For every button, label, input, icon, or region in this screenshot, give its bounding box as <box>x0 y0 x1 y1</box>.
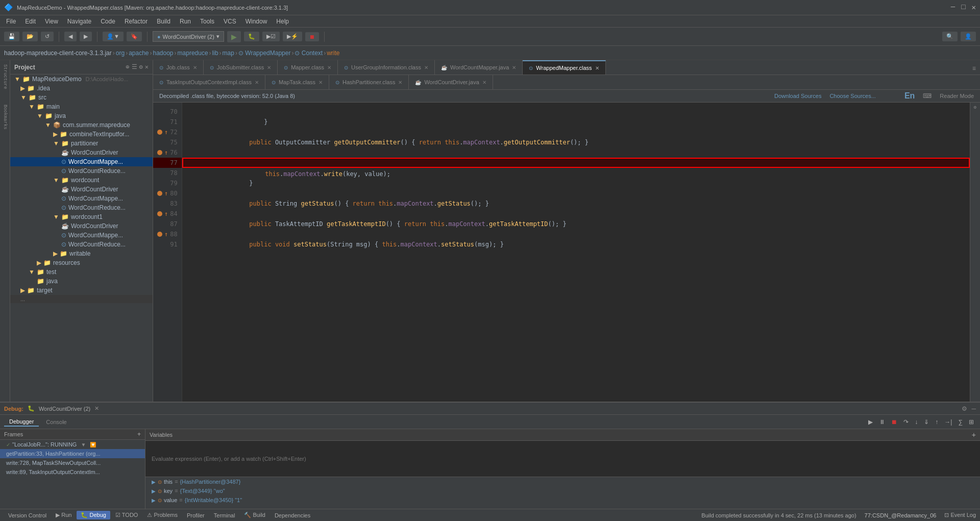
tab-close-jobsubmitter[interactable]: ✕ <box>267 65 271 70</box>
add-watch-btn[interactable]: + <box>137 431 141 438</box>
tab-close-maptask[interactable]: ✕ <box>318 80 323 85</box>
tab-wrappedmapper-class[interactable]: ⊙ WrappedMapper.class ✕ <box>523 60 605 75</box>
bottom-tab-build[interactable]: 🔨 Build <box>240 511 270 519</box>
debug-run-to-cursor-btn[interactable]: →| <box>942 417 954 427</box>
debug-force-step-into-btn[interactable]: ⇓ <box>922 417 931 427</box>
tab-job-class[interactable]: ⊙ Job.class ✕ <box>153 60 204 75</box>
breadcrumb-hadoop[interactable]: hadoop <box>153 49 174 57</box>
bottom-tab-dependencies[interactable]: Dependencies <box>271 511 314 519</box>
tree-item-combine[interactable]: ▶ 📁 combineTextInputfor... <box>10 130 153 139</box>
reader-mode-btn[interactable]: Reader Mode <box>940 93 974 99</box>
sidebar-gear-btn[interactable]: ⚙ <box>139 63 143 71</box>
debug-tab-debugger[interactable]: Debugger <box>4 417 39 427</box>
debug-step-over-btn[interactable]: ↷ <box>901 417 911 427</box>
bottom-tab-terminal[interactable]: Terminal <box>210 511 239 519</box>
menu-item-help[interactable]: Help <box>272 17 293 26</box>
toolbar-bookmark-btn[interactable]: 🔖 <box>127 32 142 41</box>
tab-close-job[interactable]: ✕ <box>193 65 197 70</box>
var-item-key[interactable]: ▶ ⊙ key = {Text@3449} "wo" <box>145 486 980 495</box>
tree-item-wordcount1-mapper[interactable]: ⊙ WordCountMappe... <box>10 231 153 240</box>
menu-item-code[interactable]: Code <box>96 17 119 26</box>
menu-item-edit[interactable]: Edit <box>21 17 40 26</box>
close-button[interactable]: ✕ <box>972 3 976 12</box>
tree-item-wordcount1[interactable]: ▼ 📁 wordcount1 <box>10 212 153 221</box>
menu-item-run[interactable]: Run <box>176 17 195 26</box>
debug-button[interactable]: 🐛 <box>244 32 259 41</box>
sidebar-sort-btn[interactable]: ☰ <box>132 63 137 71</box>
minimize-button[interactable]: ─ <box>951 3 955 12</box>
tree-item-wordcount1-driver[interactable]: ☕ WordCountDriver <box>10 221 153 231</box>
download-sources-link[interactable]: Download Sources <box>774 93 821 99</box>
tree-item-com-summer[interactable]: ▼ 📦 com.summer.mapreduce <box>10 120 153 130</box>
tree-item-writable[interactable]: ▶ 📁 writable <box>10 249 153 258</box>
tab-close-taskinput[interactable]: ✕ <box>255 80 259 85</box>
debug-restore-layout-btn[interactable]: ⊞ <box>967 417 976 427</box>
breadcrumb-mapreduce[interactable]: mapreduce <box>178 49 208 57</box>
tree-item-wordcount-reducer-1[interactable]: ⊙ WordCountReduce... <box>10 166 153 176</box>
right-icon-1[interactable]: ⚙ <box>974 105 976 110</box>
bottom-tab-debug[interactable]: 🐛 Debug <box>77 511 110 519</box>
breadcrumb-jar[interactable]: hadoop-mapreduce-client-core-3.1.3.jar <box>4 49 112 57</box>
tab-mapper-class[interactable]: ⊙ Mapper.class ✕ <box>278 60 338 75</box>
choose-sources-link[interactable]: Choose Sources... <box>829 93 876 99</box>
breadcrumb-org[interactable]: org <box>116 49 125 57</box>
debug-resume-btn[interactable]: ▶ <box>866 417 875 427</box>
breadcrumb-write[interactable]: write <box>327 49 339 57</box>
tree-item-test[interactable]: ▼ 📁 test <box>10 267 153 277</box>
menu-item-navigate[interactable]: Navigate <box>63 17 95 26</box>
code-editor[interactable]: 70 71 ↑72 75 ↑76 77 78 79 <box>153 103 980 402</box>
menu-item-tools[interactable]: Tools <box>196 17 218 26</box>
tree-item-idea[interactable]: ▶ 📁 .idea <box>10 84 153 93</box>
sidebar-close-btn[interactable]: ✕ <box>145 63 149 71</box>
tree-item-resources[interactable]: ▶ 📁 resources <box>10 258 153 267</box>
debug-minimize-btn[interactable]: ─ <box>971 405 976 412</box>
breadcrumb-apache[interactable]: apache <box>129 49 149 57</box>
debug-step-into-btn[interactable]: ↓ <box>913 417 920 427</box>
tree-item-wordcount[interactable]: ▼ 📁 wordcount <box>10 176 153 185</box>
breadcrumb-lib[interactable]: lib <box>212 49 218 57</box>
tab-close-mapper[interactable]: ✕ <box>327 65 331 70</box>
debug-evaluate-btn[interactable]: ∑ <box>956 417 965 427</box>
settings-btn[interactable]: 👤 <box>961 32 976 41</box>
structure-icon[interactable]: Structure <box>3 62 8 91</box>
menu-item-refactor[interactable]: Refactor <box>120 17 152 26</box>
debug-stop-btn[interactable]: ⏹ <box>889 417 899 427</box>
frame-item-localjob[interactable]: ✓ "LocalJobR...": RUNNING ▼ 🔽 <box>0 440 145 449</box>
var-item-this[interactable]: ▶ ⊙ this = {HashPartitioner@3487} <box>145 477 980 486</box>
tabs-more-btn[interactable]: ≡ <box>968 63 980 75</box>
search-everywhere-btn[interactable]: 🔍 <box>942 32 958 41</box>
toolbar-open-btn[interactable]: 📂 <box>22 32 38 41</box>
run-with-profiler-btn[interactable]: ▶⚡ <box>283 32 302 41</box>
add-variable-btn[interactable]: + <box>972 431 976 439</box>
run-button[interactable]: ▶ <box>227 31 241 42</box>
toolbar-forward-btn[interactable]: ▶ <box>80 32 92 41</box>
toolbar-back-btn[interactable]: ◀ <box>64 32 77 41</box>
debug-session-close[interactable]: ✕ <box>94 405 99 412</box>
bottom-tab-profiler[interactable]: Profiler <box>183 511 209 519</box>
debug-pause-btn[interactable]: ⏸ <box>877 417 887 427</box>
toolbar-save-btn[interactable]: 💾 <box>4 32 19 41</box>
tree-item-wordcount-mapper-2[interactable]: ⊙ WordCountMappe... <box>10 194 153 203</box>
tab-taskinput-class[interactable]: ⊙ TaskInputOutputContextImpl.class ✕ <box>153 75 265 89</box>
menu-item-window[interactable]: Window <box>241 17 272 26</box>
sidebar-locate-btn[interactable]: ⊕ <box>126 63 129 71</box>
tree-item-mapreduce-demo[interactable]: ▼ 📁 MapReduceDemo D:\Acode\Hado... <box>10 75 153 84</box>
tree-item-extra[interactable]: ... <box>10 295 153 303</box>
tree-item-wordcount-driver-1[interactable]: ☕ WordCountDriver <box>10 148 153 157</box>
tree-item-wordcount1-reducer[interactable]: ⊙ WordCountReduce... <box>10 240 153 249</box>
debug-settings-btn[interactable]: ⚙ <box>962 405 967 412</box>
frame-item-write89[interactable]: write:89, TaskInputOutputContextIm... <box>0 467 145 477</box>
tree-item-java-main[interactable]: ▼ 📁 java <box>10 111 153 120</box>
tab-close-hashpart[interactable]: ✕ <box>398 80 402 85</box>
language-icon[interactable]: ⌨ <box>923 92 932 100</box>
run-config-dropdown[interactable]: ● WordCountDriver (2) ▾ <box>153 31 224 42</box>
tab-hashpartitioner-class[interactable]: ⊙ HashPartitioner.class ✕ <box>329 75 409 89</box>
tree-item-src[interactable]: ▼ 📁 src <box>10 93 153 102</box>
toolbar-navigate-btn[interactable]: 👤▼ <box>103 32 124 41</box>
tab-wordcountdriver-java[interactable]: ☕ WordCountDriver.java ✕ <box>409 75 493 89</box>
run-coverage-btn[interactable]: ▶☑ <box>262 32 280 41</box>
menu-item-build[interactable]: Build <box>153 17 175 26</box>
tab-close-wrappedmapper[interactable]: ✕ <box>595 65 599 71</box>
tree-item-java-test[interactable]: 📁 java <box>10 277 153 286</box>
debug-step-out-btn[interactable]: ↑ <box>933 417 940 427</box>
